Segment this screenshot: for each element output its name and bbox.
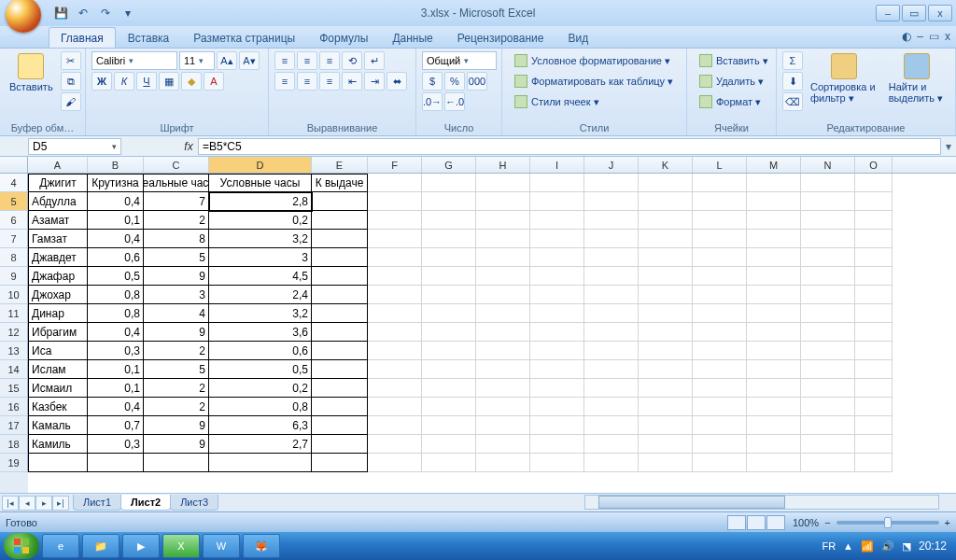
row-header-13[interactable]: 13: [0, 342, 28, 360]
zoom-slider[interactable]: [836, 521, 939, 525]
cell-L17[interactable]: [693, 416, 747, 435]
tab-insert[interactable]: Вставка: [116, 27, 182, 48]
format-as-table-button[interactable]: Форматировать как таблицу ▾: [508, 72, 680, 91]
fill-button[interactable]: ⬇: [782, 72, 803, 91]
cell-L6[interactable]: [693, 211, 747, 230]
cell-K17[interactable]: [639, 416, 693, 435]
tab-data[interactable]: Данные: [380, 27, 444, 48]
cell-O9[interactable]: [855, 267, 893, 286]
cell-F11[interactable]: [368, 304, 422, 323]
cell-F7[interactable]: [368, 230, 422, 248]
number-format-combo[interactable]: Общий▾: [422, 51, 497, 70]
cell-B17[interactable]: 0,7: [88, 416, 144, 435]
cell-A4[interactable]: Джигит: [28, 174, 88, 192]
cell-J9[interactable]: [584, 267, 639, 286]
align-middle-button[interactable]: ≡: [297, 51, 317, 70]
sheet-tab-Лист1[interactable]: Лист1: [73, 495, 121, 511]
cell-E16[interactable]: [312, 398, 368, 416]
row-header-15[interactable]: 15: [0, 379, 28, 398]
cell-B10[interactable]: 0,8: [88, 286, 144, 304]
cell-A11[interactable]: Динар: [28, 304, 88, 323]
cell-L13[interactable]: [693, 342, 747, 360]
cell-B16[interactable]: 0,4: [88, 398, 144, 416]
cell-L5[interactable]: [693, 192, 747, 211]
cell-C11[interactable]: 4: [144, 304, 209, 323]
orientation-button[interactable]: ⟲: [342, 51, 362, 70]
cell-B6[interactable]: 0,1: [88, 211, 144, 230]
cell-C7[interactable]: 8: [144, 230, 209, 248]
cell-F16[interactable]: [368, 398, 422, 416]
formula-input[interactable]: =B5*C5: [198, 138, 941, 155]
find-select-button[interactable]: Найти и выделить ▾: [885, 51, 949, 106]
cell-M4[interactable]: [747, 174, 801, 192]
mdi-min-icon[interactable]: –: [917, 30, 923, 43]
cell-H9[interactable]: [476, 267, 530, 286]
sheet-nav-last[interactable]: ▸|: [52, 496, 69, 511]
wrap-text-button[interactable]: ↵: [364, 51, 385, 70]
cell-K8[interactable]: [639, 248, 693, 267]
cell-G19[interactable]: [422, 454, 476, 472]
cell-H7[interactable]: [476, 230, 530, 248]
cell-A14[interactable]: Ислам: [28, 360, 88, 379]
cell-K7[interactable]: [639, 230, 693, 248]
help-icon[interactable]: ◐: [902, 30, 911, 43]
cell-G13[interactable]: [422, 342, 476, 360]
cell-H13[interactable]: [476, 342, 530, 360]
delete-cells-button[interactable]: Удалить ▾: [693, 72, 770, 91]
scrollbar-thumb[interactable]: [598, 496, 785, 509]
cell-A17[interactable]: Камаль: [28, 416, 88, 435]
cell-A18[interactable]: Камиль: [28, 435, 88, 454]
cell-F19[interactable]: [368, 454, 422, 472]
cell-A19[interactable]: [28, 454, 88, 472]
cell-J17[interactable]: [584, 416, 639, 435]
cell-E15[interactable]: [312, 379, 368, 398]
cell-L9[interactable]: [693, 267, 747, 286]
cells-area[interactable]: ДжигитКрутизнаРеальные часыУсловные часы…: [28, 174, 956, 493]
cell-H18[interactable]: [476, 435, 530, 454]
cell-G12[interactable]: [422, 323, 476, 342]
cell-J18[interactable]: [584, 435, 639, 454]
cell-J11[interactable]: [584, 304, 639, 323]
taskbar-firefox-button[interactable]: 🦊: [243, 534, 280, 558]
cell-F14[interactable]: [368, 360, 422, 379]
cell-D7[interactable]: 3,2: [209, 230, 312, 248]
cell-G7[interactable]: [422, 230, 476, 248]
cell-L19[interactable]: [693, 454, 747, 472]
sheet-tab-Лист2[interactable]: Лист2: [120, 495, 171, 511]
cell-B5[interactable]: 0,4: [88, 192, 144, 211]
cell-A8[interactable]: Джавдет: [28, 248, 88, 267]
comma-button[interactable]: 000: [467, 72, 487, 91]
cell-M16[interactable]: [747, 398, 801, 416]
cell-I17[interactable]: [530, 416, 584, 435]
cell-H4[interactable]: [476, 174, 530, 192]
cell-M18[interactable]: [747, 435, 801, 454]
cell-J10[interactable]: [584, 286, 639, 304]
cell-C17[interactable]: 9: [144, 416, 209, 435]
cell-O6[interactable]: [855, 211, 893, 230]
cell-I18[interactable]: [530, 435, 584, 454]
row-header-17[interactable]: 17: [0, 416, 28, 435]
cell-E5[interactable]: [312, 192, 368, 211]
cell-F15[interactable]: [368, 379, 422, 398]
cell-E8[interactable]: [312, 248, 368, 267]
col-header-L[interactable]: L: [693, 157, 747, 173]
cut-button[interactable]: ✂: [61, 51, 81, 70]
cell-M5[interactable]: [747, 192, 801, 211]
cell-K6[interactable]: [639, 211, 693, 230]
cell-M15[interactable]: [747, 379, 801, 398]
cell-F9[interactable]: [368, 267, 422, 286]
cell-A13[interactable]: Иса: [28, 342, 88, 360]
cell-M9[interactable]: [747, 267, 801, 286]
cell-K11[interactable]: [639, 304, 693, 323]
col-header-K[interactable]: K: [639, 157, 693, 173]
format-painter-button[interactable]: 🖌: [61, 92, 81, 111]
decrease-decimal-button[interactable]: ←.0: [444, 92, 465, 111]
cell-L10[interactable]: [693, 286, 747, 304]
cell-E4[interactable]: К выдаче: [312, 174, 368, 192]
sheet-nav-first[interactable]: |◂: [2, 496, 19, 511]
cell-K18[interactable]: [639, 435, 693, 454]
cell-G6[interactable]: [422, 211, 476, 230]
cell-J12[interactable]: [584, 323, 639, 342]
cell-H16[interactable]: [476, 398, 530, 416]
expand-formula-bar-icon[interactable]: ▾: [941, 140, 956, 153]
